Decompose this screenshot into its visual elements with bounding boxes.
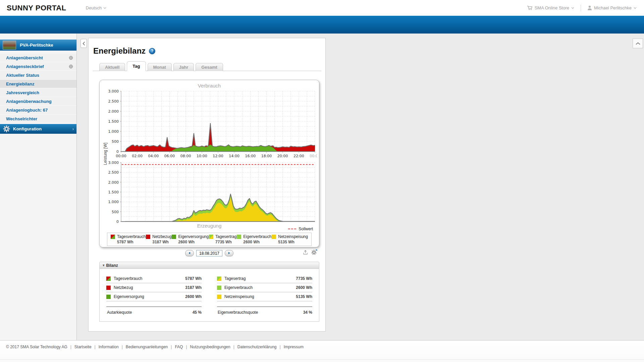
- sidebar-item-label: Wechselrichter: [6, 116, 37, 121]
- eigenverbrauchsquote-value: 34 %: [303, 310, 312, 315]
- sidebar-item[interactable]: Wechselrichter: [0, 115, 76, 123]
- store-label: SMA Online Store: [535, 5, 569, 10]
- svg-text:0: 0: [116, 220, 119, 223]
- svg-text:02:00: 02:00: [132, 154, 143, 158]
- bilanz-row: Netzeinspeisung5135 Wh: [217, 292, 312, 301]
- gear-icon: [3, 125, 10, 132]
- sidebar-item-label: Anlagenüberwachung: [6, 99, 52, 104]
- svg-text:04:00: 04:00: [148, 154, 159, 158]
- plant-header[interactable]: PVA-Perlitschke: [0, 40, 76, 51]
- sollwert-legend: Sollwert: [288, 227, 313, 231]
- footer-link[interactable]: Impressum: [284, 345, 304, 349]
- sidebar-item[interactable]: Anlagenlogbuch: 67: [0, 106, 76, 114]
- legend-label: Netzbezug: [152, 234, 171, 239]
- svg-text:06:00: 06:00: [164, 154, 175, 158]
- bilanz-color-icon: [217, 277, 221, 281]
- footer-link[interactable]: Bedienungsanleitungen: [126, 345, 168, 349]
- cart-icon: [527, 5, 533, 10]
- header-band: [0, 16, 644, 34]
- footer-link[interactable]: FAQ: [175, 345, 183, 349]
- bilanz-row-value: 2600 Wh: [296, 285, 312, 290]
- user-label: Michael Perlitschke: [594, 5, 632, 10]
- legend-color-icon: [209, 235, 213, 239]
- sidebar-item-label: Anlagenlogbuch: 67: [6, 108, 48, 113]
- help-icon[interactable]: ?: [149, 48, 155, 54]
- svg-text:08:00: 08:00: [180, 154, 191, 158]
- bilanz-row-label: Tagesertrag: [224, 276, 246, 281]
- bilanz-row: Tagesverbrauch5787 Wh: [106, 274, 202, 283]
- autarkiequote-row: Autarkiequote 45 %: [106, 307, 202, 317]
- bilanz-row: Tagesertrag7735 Wh: [217, 274, 312, 283]
- legend-item: Tagesverbrauch5787 Wh: [111, 234, 146, 244]
- sidebar-item[interactable]: Anlagensteckbrief: [0, 62, 76, 70]
- tab-aktuell[interactable]: Aktuell: [99, 63, 125, 71]
- legend-label: Eigenverbrauch: [243, 234, 271, 239]
- tab-jahr[interactable]: Jahr: [173, 63, 194, 71]
- footer-link[interactable]: Nutzungsbedingungen: [190, 345, 230, 349]
- sidebar-item[interactable]: Aktueller Status: [0, 71, 76, 79]
- store-menu[interactable]: SMA Online Store: [527, 5, 574, 10]
- top-bar: SUNNY PORTAL Deutsch SMA Online Store Mi…: [0, 0, 644, 16]
- bilanz-header[interactable]: ▾ Bilanz: [99, 262, 319, 269]
- svg-text:20:00: 20:00: [277, 154, 288, 158]
- plant-name: PVA-Perlitschke: [20, 43, 53, 48]
- svg-text:2.500: 2.500: [108, 170, 119, 175]
- sidebar-item[interactable]: Anlagenüberwachung: [0, 97, 76, 105]
- bilanz-row-value: 5787 Wh: [185, 276, 202, 281]
- legend-label: Tagesverbrauch: [117, 234, 146, 239]
- legend-value: 2600 Wh: [243, 240, 271, 244]
- sidebar-item-label: Jahresvergleich: [6, 90, 39, 95]
- legend-item: Eigenversorgung2600 Wh: [172, 234, 209, 244]
- svg-text:00:00: 00:00: [116, 154, 126, 158]
- bilanz-panel: ▾ Bilanz Tagesverbrauch5787 WhNetzbezug3…: [99, 262, 319, 322]
- user-menu[interactable]: Michael Perlitschke: [587, 5, 637, 10]
- scroll-to-top-button[interactable]: [633, 39, 643, 48]
- verbrauch-chart-title: Verbrauch: [100, 83, 319, 88]
- date-navigation: [99, 250, 319, 257]
- svg-text:500: 500: [112, 210, 119, 214]
- legend-label: Eigenversorgung: [178, 234, 209, 239]
- tab-tag[interactable]: Tag: [127, 61, 146, 71]
- tab-gesamt[interactable]: Gesamt: [196, 63, 223, 71]
- next-day-button[interactable]: [225, 250, 233, 256]
- chevron-down-icon: [634, 7, 637, 9]
- sidebar-collapse-button[interactable]: [80, 39, 87, 48]
- tab-monat[interactable]: Monat: [148, 63, 172, 71]
- svg-text:2.000: 2.000: [108, 180, 119, 185]
- legend-item: Eigenverbrauch2600 Wh: [237, 234, 271, 244]
- chevron-up-icon: [636, 42, 640, 45]
- svg-text:2.500: 2.500: [108, 99, 119, 104]
- chevron-down-icon: [571, 7, 574, 9]
- sidebar-item-label: Energiebilanz: [6, 81, 35, 86]
- bilanz-row: Eigenversorgung2600 Wh: [106, 292, 202, 301]
- sidebar-item[interactable]: Anlagenübersicht: [0, 54, 76, 62]
- page-settings-icon[interactable]: [311, 249, 317, 256]
- bilanz-color-icon: [106, 295, 111, 299]
- footer-link[interactable]: Startseite: [74, 345, 92, 349]
- page-title-row: Energiebilanz ?: [93, 46, 155, 56]
- sidebar-item[interactable]: Energiebilanz: [0, 80, 76, 88]
- legend-color-icon: [237, 235, 241, 239]
- date-input[interactable]: [196, 250, 222, 256]
- bilanz-color-icon: [217, 286, 221, 290]
- language-selector[interactable]: Deutsch: [86, 5, 107, 10]
- chevron-right-icon: ›: [72, 126, 74, 131]
- svg-text:00:00: 00:00: [310, 154, 317, 158]
- sidebar-item-konfiguration[interactable]: Konfiguration ›: [0, 124, 76, 134]
- previous-day-button[interactable]: [185, 250, 194, 256]
- footer-link[interactable]: Information: [99, 345, 119, 349]
- legend-value: 5135 Wh: [278, 240, 308, 244]
- eigenverbrauchsquote-row: Eigenverbrauchsquote 34 %: [217, 307, 312, 317]
- footer-link[interactable]: Datenschutzerklärung: [237, 345, 277, 349]
- sidebar-item[interactable]: Jahresvergleich: [0, 88, 76, 97]
- arrow-left-icon: [188, 251, 191, 255]
- divider: [0, 359, 644, 360]
- legend-item: Netzeinspeisung5135 Wh: [272, 234, 308, 244]
- publish-page-icon[interactable]: [303, 249, 308, 256]
- sidebar: PVA-Perlitschke AnlagenübersichtAnlagens…: [0, 34, 77, 340]
- svg-text:1.500: 1.500: [108, 190, 119, 194]
- bilanz-row-value: 7735 Wh: [296, 276, 312, 281]
- svg-text:3.000: 3.000: [108, 161, 119, 165]
- bilanz-row-label: Eigenversorgung: [114, 294, 144, 299]
- main-region: PVA-Perlitschke AnlagenübersichtAnlagens…: [0, 34, 644, 340]
